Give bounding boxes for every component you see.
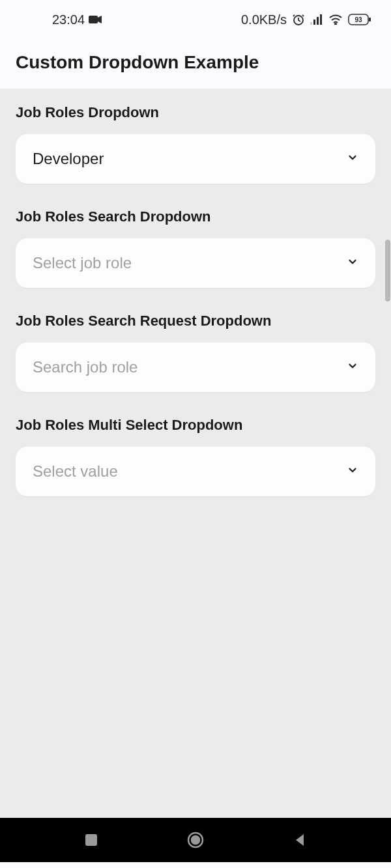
status-bar: 23:04 0.0KB/s <box>0 0 391 39</box>
android-nav-bar <box>0 818 391 862</box>
section-job-roles-multiselect-dropdown: Job Roles Multi Select Dropdown Select v… <box>0 417 391 521</box>
dropdown-job-roles-search[interactable]: Select job role <box>16 238 375 288</box>
back-button[interactable] <box>274 824 326 856</box>
section-label: Job Roles Dropdown <box>16 104 375 121</box>
dropdown-job-roles[interactable]: Developer <box>16 134 375 184</box>
chevron-down-icon <box>347 152 358 166</box>
section-job-roles-search-request-dropdown: Job Roles Search Request Dropdown Search… <box>0 313 391 417</box>
svg-rect-3 <box>313 20 315 25</box>
section-label: Job Roles Search Request Dropdown <box>16 313 375 329</box>
svg-point-6 <box>335 23 336 25</box>
dropdown-job-roles-search-request[interactable]: Search job role <box>16 343 375 392</box>
section-label: Job Roles Multi Select Dropdown <box>16 417 375 434</box>
dropdown-placeholder: Select job role <box>33 254 132 272</box>
section-job-roles-dropdown: Job Roles Dropdown Developer <box>0 104 391 208</box>
status-left: 23:04 <box>52 12 102 27</box>
svg-text:93: 93 <box>355 16 362 23</box>
svg-rect-4 <box>317 17 319 25</box>
dropdown-placeholder: Search job role <box>33 358 138 376</box>
signal-icon <box>310 14 323 25</box>
svg-rect-5 <box>320 14 322 25</box>
page-title: Custom Dropdown Example <box>16 52 375 73</box>
chevron-down-icon <box>347 360 358 374</box>
svg-point-12 <box>192 836 199 844</box>
recent-apps-button[interactable] <box>65 824 117 856</box>
chevron-down-icon <box>347 464 358 479</box>
content-area: Job Roles Dropdown Developer Job Roles S… <box>0 89 391 818</box>
svg-rect-0 <box>89 16 98 23</box>
home-button[interactable] <box>169 824 222 856</box>
app-header: Custom Dropdown Example <box>0 39 391 89</box>
svg-rect-10 <box>85 834 97 846</box>
status-time: 23:04 <box>52 12 85 27</box>
section-job-roles-search-dropdown: Job Roles Search Dropdown Select job rol… <box>0 208 391 313</box>
dropdown-job-roles-multiselect[interactable]: Select value <box>16 447 375 496</box>
network-speed: 0.0KB/s <box>241 12 287 27</box>
camera-icon <box>89 15 102 24</box>
chevron-down-icon <box>347 256 358 270</box>
scroll-indicator[interactable] <box>385 240 390 301</box>
svg-rect-8 <box>369 18 371 21</box>
alarm-icon <box>292 13 305 26</box>
wifi-icon <box>328 14 343 25</box>
dropdown-value: Developer <box>33 150 104 168</box>
svg-rect-2 <box>310 22 312 25</box>
status-right: 0.0KB/s <box>241 12 371 27</box>
battery-icon: 93 <box>348 14 371 25</box>
dropdown-placeholder: Select value <box>33 462 118 481</box>
section-label: Job Roles Search Dropdown <box>16 208 375 225</box>
